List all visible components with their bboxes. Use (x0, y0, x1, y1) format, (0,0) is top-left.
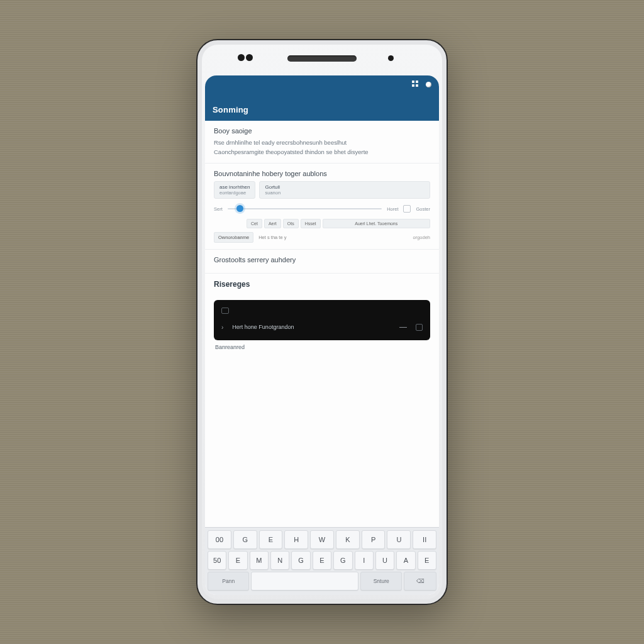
key[interactable]: 00 (208, 530, 231, 549)
app-bar: Sonming (205, 75, 439, 121)
key-fn[interactable]: Pann (208, 572, 249, 591)
phone-frame: Sonming Booy saoige Rse drnhlinlhe tel e… (196, 39, 448, 605)
key[interactable]: H (284, 530, 308, 549)
key[interactable]: E (259, 530, 283, 549)
grid-icon[interactable] (412, 80, 419, 88)
option-chip-1[interactable]: ase inorhthen eontardgoae (214, 181, 255, 199)
inline-row: Ownorobanme Het s tha te y orgodeh (214, 232, 430, 243)
segment-1[interactable]: Cet (247, 219, 262, 228)
notification-dot-icon[interactable] (426, 82, 431, 87)
key-enter[interactable]: Snture (360, 572, 402, 591)
resource-card[interactable]: › Hert hone Funotgrandon — (214, 300, 430, 340)
slider-thumb[interactable] (236, 205, 243, 212)
intro-line-2: Caonchpesramgite theopoyatsted thindon s… (214, 147, 430, 157)
minus-icon[interactable]: — (399, 323, 407, 331)
card-action-icon[interactable] (416, 324, 423, 331)
segment-5[interactable]: Auerl Lhet. Tooemons (323, 219, 430, 228)
key[interactable]: U (387, 530, 411, 549)
keyboard: 00 G E H W K P U II 50 E M N G E G I U A (205, 527, 439, 595)
content-scroll[interactable]: Booy saoige Rse drnhlinlhe tel eady erec… (205, 121, 439, 527)
checkbox-icon[interactable] (403, 205, 411, 213)
key[interactable]: U (375, 551, 394, 570)
key[interactable]: E (418, 551, 436, 570)
key[interactable]: M (250, 551, 269, 570)
options-heading: Bouvnotaninhe hobery toger aublons (214, 170, 430, 177)
slider[interactable] (228, 208, 382, 209)
key[interactable]: N (270, 551, 289, 570)
options-section: Bouvnotaninhe hobery toger aublons ase i… (205, 164, 439, 250)
power-button[interactable] (447, 204, 448, 229)
key[interactable]: II (413, 530, 436, 549)
slider-label-end: Goster (416, 206, 430, 212)
key[interactable]: 50 (208, 551, 226, 570)
intro-heading: Booy saoige (214, 127, 430, 135)
key[interactable]: K (336, 530, 360, 549)
inline-chip[interactable]: Ownorobanme (214, 232, 253, 243)
keyboard-row-2: 50 E M N G E G I U A E (208, 551, 436, 570)
key[interactable]: G (233, 530, 257, 549)
card-text: Hert hone Funotgrandon (232, 324, 391, 330)
card-icon (221, 308, 229, 314)
activity-heading: Grostoolts serrery auhdery (214, 256, 430, 264)
chevron-right-icon: › (221, 324, 223, 331)
slider-label-left: Sert (214, 206, 223, 212)
activity-section: Grostoolts serrery auhdery (205, 250, 439, 274)
key[interactable]: P (362, 530, 386, 549)
key[interactable]: E (228, 551, 247, 570)
slider-label-right: Horet (387, 206, 398, 212)
front-camera-cluster (238, 54, 253, 61)
option-chip-2[interactable]: Gortull suanon (259, 181, 430, 199)
screen: Sonming Booy saoige Rse drnhlinlhe tel e… (205, 75, 439, 595)
earpiece-speaker (287, 55, 357, 62)
key[interactable]: G (291, 551, 310, 570)
segment-row: Cet Aert Ots Hsset Auerl Lhet. Tooemons (247, 219, 430, 228)
key-backspace[interactable]: ⌫ (404, 572, 436, 591)
front-camera (388, 55, 394, 61)
segment-3[interactable]: Ots (283, 219, 299, 228)
keyboard-row-1: 00 G E H W K P U II (208, 530, 436, 549)
footer-note: Banreanred (205, 344, 439, 355)
key-space[interactable] (251, 572, 358, 591)
inline-text: Het s tha te y (258, 235, 286, 240)
inline-right-text: orgodeh (413, 235, 430, 240)
volume-button[interactable] (196, 267, 197, 306)
key[interactable]: G (333, 551, 352, 570)
intro-line-1: Rse drnhlinlhe tel eady erecrsbohnesunh … (214, 138, 430, 147)
keyboard-row-3: Pann Snture ⌫ (208, 572, 436, 591)
segment-4[interactable]: Hsset (301, 219, 321, 228)
app-title: Sonming (213, 105, 248, 114)
segment-2[interactable]: Aert (264, 219, 281, 228)
key[interactable]: E (313, 551, 331, 570)
slider-row: Sert Horet Goster (214, 205, 430, 213)
key[interactable]: W (310, 530, 334, 549)
resources-heading: Risereges (214, 280, 430, 289)
phone-bezel-top (197, 40, 447, 77)
key[interactable]: I (355, 551, 374, 570)
key[interactable]: A (396, 551, 415, 570)
intro-section: Booy saoige Rse drnhlinlhe tel eady erec… (205, 121, 439, 164)
